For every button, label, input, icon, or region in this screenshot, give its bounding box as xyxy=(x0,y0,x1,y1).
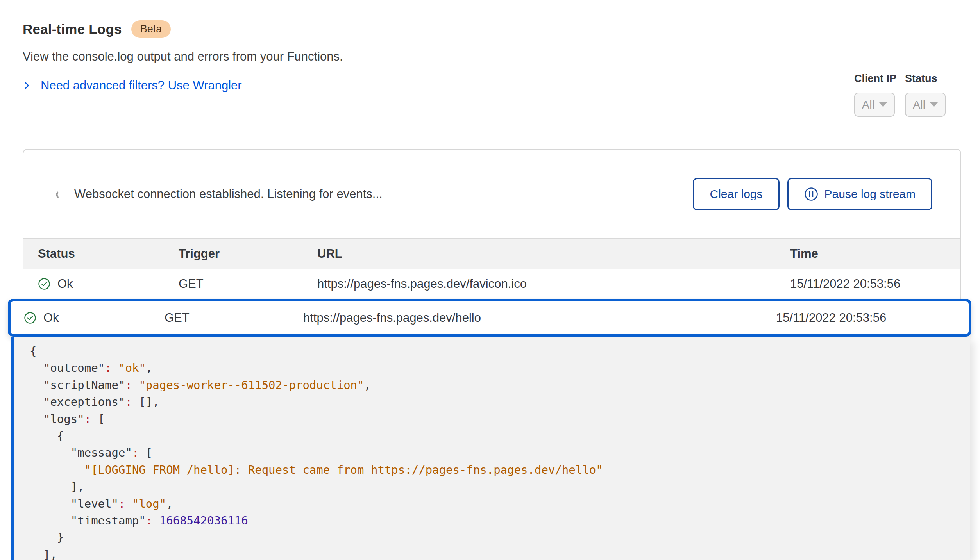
caret-down-icon xyxy=(879,102,887,107)
status-filter-label: Status xyxy=(905,73,937,85)
page-header: Real-time Logs Beta View the console.log… xyxy=(23,20,343,93)
check-circle-icon xyxy=(24,312,36,324)
websocket-status: Websocket connection established. Listen… xyxy=(55,187,383,201)
column-header-trigger: Trigger xyxy=(179,247,317,261)
column-header-url: URL xyxy=(317,247,790,261)
wrangler-link-label[interactable]: Need advanced filters? Use Wrangler xyxy=(41,78,242,93)
wrangler-link[interactable]: Need advanced filters? Use Wrangler xyxy=(23,78,343,93)
log-detail-json[interactable]: { "outcome": "ok", "scriptName": "pages-… xyxy=(11,337,970,560)
url-cell: https://pages-fns.pages.dev/favicon.ico xyxy=(317,277,790,291)
status-filter: Status All xyxy=(905,73,946,117)
clear-logs-label: Clear logs xyxy=(710,187,762,201)
code-line: "level": "log", xyxy=(30,496,970,512)
realtime-logs-page: Real-time Logs Beta View the console.log… xyxy=(0,0,980,560)
status-cell: Ok xyxy=(24,311,165,325)
url-cell: https://pages-fns.pages.dev/hello xyxy=(303,311,776,325)
stream-buttons: Clear logs Pause log stream xyxy=(693,178,932,210)
log-table-header: Status Trigger URL Time xyxy=(23,238,960,269)
page-subtitle: View the console.log output and errors f… xyxy=(23,50,343,64)
title-row: Real-time Logs Beta xyxy=(23,20,343,38)
client-ip-label: Client IP xyxy=(854,73,896,85)
log-row-favicon[interactable]: Ok GET https://pages-fns.pages.dev/favic… xyxy=(23,269,960,299)
client-ip-dropdown[interactable]: All xyxy=(854,93,895,117)
status-label: Ok xyxy=(43,311,59,325)
code-line: "logs": [ xyxy=(30,411,970,428)
code-line: "exceptions": [], xyxy=(30,394,970,410)
status-dropdown[interactable]: All xyxy=(905,93,946,117)
beta-badge: Beta xyxy=(131,20,171,38)
client-ip-value: All xyxy=(862,98,874,111)
code-line: { xyxy=(30,343,970,360)
status-label: Ok xyxy=(57,277,73,291)
code-line: "outcome": "ok", xyxy=(30,360,970,376)
code-line: } xyxy=(30,529,970,546)
status-cell: Ok xyxy=(38,277,179,291)
code-line: "timestamp": 1668542036116 xyxy=(30,512,970,529)
check-circle-icon xyxy=(38,278,50,290)
stream-toolbar: Websocket connection established. Listen… xyxy=(23,150,960,238)
column-header-status: Status xyxy=(38,247,179,261)
pause-log-stream-button[interactable]: Pause log stream xyxy=(787,178,932,210)
trigger-cell: GET xyxy=(179,277,317,291)
trigger-cell: GET xyxy=(165,311,303,325)
time-cell: 15/11/2022 20:53:56 xyxy=(776,311,969,325)
code-line: ], xyxy=(30,546,970,560)
pause-log-stream-label: Pause log stream xyxy=(824,187,916,201)
client-ip-filter: Client IP All xyxy=(854,73,896,117)
column-header-time: Time xyxy=(790,247,960,261)
page-title: Real-time Logs xyxy=(23,21,122,37)
code-line: ], xyxy=(30,478,970,495)
pause-circle-icon xyxy=(804,187,818,201)
log-filters: Client IP All Status All xyxy=(854,73,946,117)
websocket-status-text: Websocket connection established. Listen… xyxy=(74,187,383,201)
clear-logs-button[interactable]: Clear logs xyxy=(693,178,779,210)
code-line: "message": [ xyxy=(30,444,970,461)
code-line: "scriptName": "pages-worker--611502-prod… xyxy=(30,377,970,394)
chevron-right-icon xyxy=(23,81,31,90)
time-cell: 15/11/2022 20:53:56 xyxy=(790,277,960,291)
log-row-hello-selected[interactable]: Ok GET https://pages-fns.pages.dev/hello… xyxy=(8,299,971,337)
code-line: { xyxy=(30,428,970,444)
caret-down-icon xyxy=(930,102,938,107)
spinner-icon xyxy=(55,189,66,200)
code-line: "[LOGGING FROM /hello]: Request came fro… xyxy=(30,462,970,478)
status-filter-value: All xyxy=(913,98,925,111)
expanded-log-entry: Ok GET https://pages-fns.pages.dev/hello… xyxy=(8,299,971,560)
